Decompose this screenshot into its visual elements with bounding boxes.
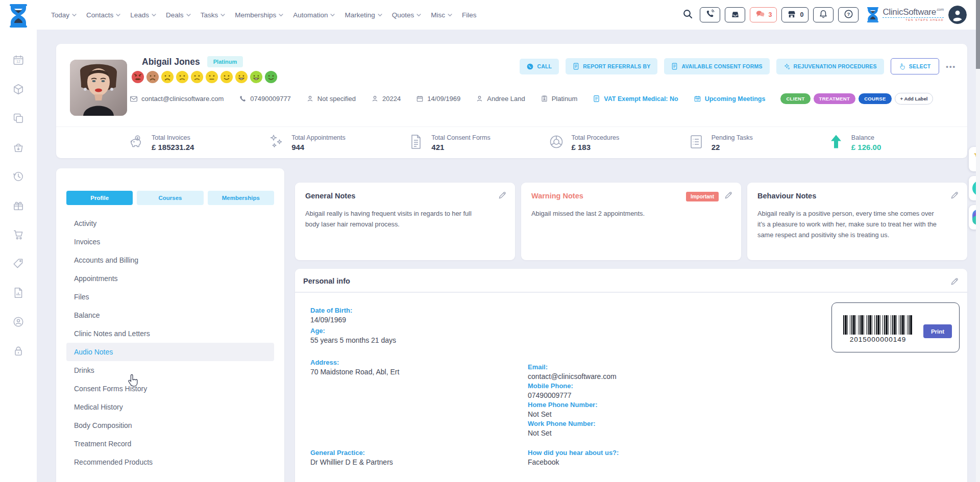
nav-item-leads[interactable]: Leads: [130, 11, 156, 19]
clinicsoftware-wordmark[interactable]: ClinicSoftware.com TEN STEPS AHEAD: [866, 7, 944, 23]
meetings-calendar-icon: 12: [694, 95, 701, 103]
rejuvenation-button[interactable]: REJUVENATION PROCEDURES: [776, 59, 884, 74]
mood-face-icon-8[interactable]: [235, 70, 248, 86]
account-sync-icon[interactable]: [12, 316, 24, 328]
mood-face-icon-10[interactable]: [264, 70, 278, 86]
edit-pencil-icon[interactable]: [950, 277, 959, 288]
profile-tabs: ProfileCoursesMemberships: [66, 191, 274, 205]
cube-icon[interactable]: [12, 83, 24, 95]
select-button[interactable]: SELECT: [891, 58, 940, 74]
sidebar-item-treatment-record[interactable]: Treatment Record: [66, 435, 274, 453]
nav-item-tasks[interactable]: Tasks: [201, 11, 226, 19]
nav-item-deals[interactable]: Deals: [166, 11, 191, 19]
call-button[interactable]: CALL: [520, 59, 559, 74]
nav-item-quotes[interactable]: Quotes: [392, 11, 422, 19]
sidebar-item-medical-history[interactable]: Medical History: [66, 398, 274, 416]
sidebar-item-consent-forms-history[interactable]: Consent Forms History: [66, 379, 274, 398]
clinicsoftware-logo-icon[interactable]: [8, 4, 29, 30]
mood-face-icon-6[interactable]: [205, 70, 218, 86]
copy-icon[interactable]: [12, 112, 24, 124]
sidebar-item-files[interactable]: Files: [66, 288, 274, 306]
sidebar-item-accounts-and-billing[interactable]: Accounts and Billing: [66, 251, 274, 269]
messages-button[interactable]: 3: [750, 7, 777, 22]
inbox-button[interactable]: [725, 7, 745, 22]
sidebar-item-audio-notes[interactable]: Audio Notes: [66, 343, 274, 361]
search-icon[interactable]: [682, 9, 693, 21]
tab-memberships[interactable]: Memberships: [208, 191, 274, 205]
store-button[interactable]: 0: [781, 7, 808, 22]
vat-exempt-link[interactable]: VAT Exempt Medical: No: [593, 95, 678, 103]
price-tag-icon[interactable]: [12, 258, 24, 270]
lock-icon[interactable]: [12, 345, 24, 357]
behaviour-notes-card: Behaviour Notes Abigail really is a posi…: [747, 183, 967, 260]
cart-icon[interactable]: [12, 229, 24, 241]
important-badge: Important: [686, 192, 719, 201]
sidebar-item-appointments[interactable]: Appointments: [66, 269, 274, 288]
help-button[interactable]: ?: [838, 7, 859, 22]
client-id[interactable]: 20224: [371, 95, 401, 103]
tab-profile[interactable]: Profile: [66, 191, 133, 205]
field-value: Dr Whillier D E & Partners: [310, 458, 514, 466]
notifications-button[interactable]: [813, 7, 834, 22]
piggy-bank-icon: [128, 133, 145, 153]
field-label: Mobile Phone:: [528, 382, 732, 390]
nav-item-memberships[interactable]: Memberships: [235, 11, 283, 19]
basket-in-icon[interactable]: [12, 141, 24, 154]
stat-label: Total Consent Forms: [431, 134, 490, 141]
phone-icon: [705, 9, 715, 20]
nav-item-automation[interactable]: Automation: [293, 11, 335, 19]
client-preference[interactable]: Not specified: [306, 95, 356, 103]
scrollbar-thumb[interactable]: [976, 0, 980, 69]
client-phone[interactable]: 07490009777: [239, 95, 291, 103]
label-pill-treatment[interactable]: TREATMENT: [814, 93, 856, 104]
dialer-button[interactable]: [700, 7, 720, 22]
nav-item-misc[interactable]: Misc: [431, 11, 452, 19]
sidebar-item-body-composition[interactable]: Body Composition: [66, 416, 274, 435]
client-owner[interactable]: Andree Land: [476, 95, 525, 103]
report-icon[interactable]: [12, 287, 24, 299]
print-barcode-button[interactable]: Print: [923, 324, 952, 338]
client-email[interactable]: contact@clinicsoftware.com: [130, 95, 224, 103]
calendar-icon[interactable]: 12: [12, 54, 24, 66]
upcoming-meetings-link[interactable]: 12Upcoming Meetings: [694, 95, 766, 103]
consent-forms-button[interactable]: AVAILABLE CONSENT FORMS: [664, 58, 769, 74]
client-photo[interactable]: [70, 60, 127, 116]
sidebar-item-balance[interactable]: Balance: [66, 306, 274, 324]
nav-item-files[interactable]: Files: [462, 11, 477, 19]
mood-face-icon-9[interactable]: [250, 70, 263, 86]
sidebar-item-clinic-notes-and-letters[interactable]: Clinic Notes and Letters: [66, 324, 274, 343]
mood-face-icon-4[interactable]: [176, 70, 189, 86]
store-count-badge: 0: [800, 11, 803, 18]
edit-pencil-icon[interactable]: [950, 191, 959, 202]
report-referrals-button[interactable]: REPORT REFERRALS BY: [566, 58, 657, 74]
nav-item-today[interactable]: Today: [51, 11, 77, 19]
more-actions-button[interactable]: •••: [946, 63, 956, 70]
mood-face-icon-2[interactable]: [146, 70, 159, 86]
client-labels: CLIENTTREATMENTCOURSE+ Add Label: [780, 93, 933, 105]
add-label-button[interactable]: + Add Label: [895, 93, 934, 105]
nav-item-marketing[interactable]: Marketing: [345, 11, 382, 19]
tab-courses[interactable]: Courses: [137, 191, 203, 205]
phone-icon: [239, 95, 247, 103]
arrow-up-icon: [827, 133, 845, 153]
sidebar-item-invoices[interactable]: Invoices: [66, 233, 274, 251]
label-pill-client[interactable]: CLIENT: [780, 93, 810, 104]
mood-face-icon-7[interactable]: [220, 70, 233, 86]
edit-pencil-icon[interactable]: [498, 191, 507, 202]
client-level[interactable]: Platinum: [541, 95, 578, 103]
mood-face-icon-1[interactable]: [131, 70, 144, 86]
user-avatar[interactable]: [948, 6, 967, 24]
sidebar-item-recommended-products[interactable]: Recommended Products: [66, 453, 274, 471]
gift-icon[interactable]: [12, 199, 24, 212]
mood-face-icon-5[interactable]: [190, 70, 204, 86]
history-icon[interactable]: [12, 170, 24, 183]
page-scrollbar[interactable]: [976, 0, 980, 482]
label-pill-course[interactable]: COURSE: [859, 93, 891, 104]
nav-item-contacts[interactable]: Contacts: [86, 11, 120, 19]
sidebar-item-activity[interactable]: Activity: [66, 214, 274, 233]
mood-face-icon-3[interactable]: [161, 70, 174, 86]
field-label: Date of Birth:: [310, 307, 514, 314]
sidebar-item-drinks[interactable]: Drinks: [66, 361, 274, 379]
client-dob[interactable]: 14/09/1969: [416, 95, 460, 103]
edit-pencil-icon[interactable]: [724, 191, 733, 202]
